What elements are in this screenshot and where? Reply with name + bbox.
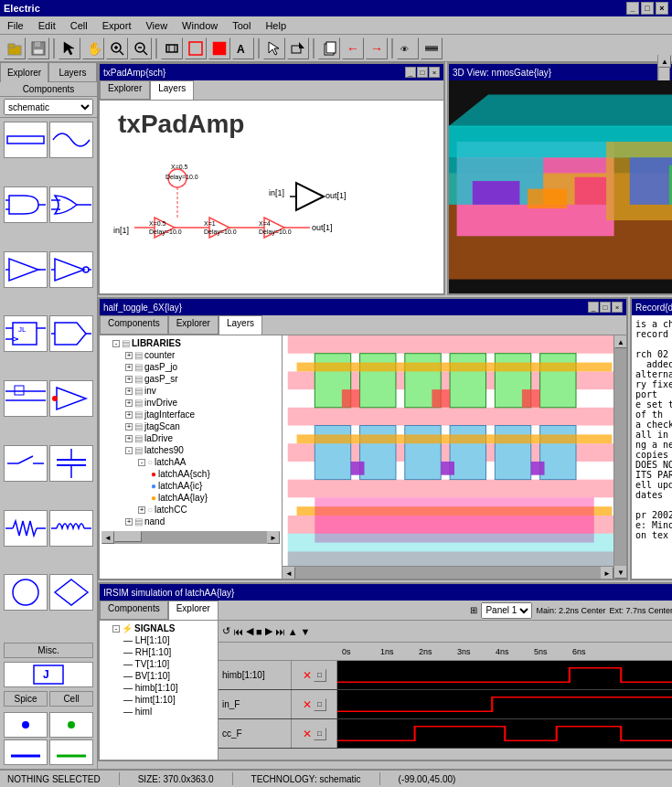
tree-expand-latchAA[interactable]: -	[138, 459, 145, 466]
tree-jtagScan[interactable]: + ▤ jtagScan	[114, 420, 280, 432]
close-btn[interactable]: ×	[656, 2, 668, 15]
stop-icon[interactable]: ■	[256, 626, 262, 637]
layout-scroll-down[interactable]: ▼	[614, 566, 626, 579]
play-icon[interactable]: ▶	[265, 625, 272, 637]
open-btn[interactable]	[4, 37, 26, 59]
comp-mux[interactable]	[4, 380, 48, 417]
tree-expand-counter[interactable]: +	[125, 352, 133, 359]
comp-tri[interactable]	[49, 380, 93, 417]
win-toggle-close[interactable]: ×	[612, 302, 623, 313]
menu-cell[interactable]: Cell	[67, 18, 91, 33]
tree-latches90[interactable]: - ▤ latches90	[114, 444, 280, 456]
tree-expand-latchCC[interactable]: +	[138, 506, 145, 514]
comp-wire[interactable]	[4, 122, 48, 158]
tree-laDrive[interactable]: + ▤ laDrive	[114, 432, 280, 444]
copy-btn[interactable]	[318, 37, 340, 59]
minimize-btn[interactable]: _	[626, 2, 639, 15]
tree-latchAA-ic[interactable]: ● latchAA{ic}	[140, 480, 280, 492]
maximize-btn[interactable]: □	[641, 2, 654, 15]
tree-expand-inv[interactable]: +	[125, 388, 133, 395]
comp-resistor[interactable]	[4, 510, 48, 547]
misc-btn[interactable]: Misc.	[4, 643, 93, 658]
tab-explorer[interactable]: Explorer	[0, 62, 48, 82]
comp-buf[interactable]	[4, 251, 48, 288]
menu-export[interactable]: Export	[99, 18, 135, 33]
tree-gasP_jo[interactable]: + ▤ gasP_jo	[114, 361, 280, 373]
save-btn[interactable]	[27, 37, 49, 59]
win-toggle-tab-components[interactable]: Components	[100, 315, 168, 335]
comp-inductor[interactable]	[49, 510, 93, 547]
dot-cell-1[interactable]	[4, 712, 48, 738]
dot-cell-3[interactable]	[4, 739, 48, 765]
win-txpad-close[interactable]: ×	[429, 67, 440, 78]
tree-latchAA-sch[interactable]: ● latchAA{sch}	[140, 468, 280, 480]
tree-latchCC[interactable]: + ○ latchCC	[127, 504, 280, 516]
menu-window[interactable]: Window	[178, 18, 221, 33]
layout-scroll-right[interactable]: ►	[601, 567, 613, 579]
tree-libraries[interactable]: - ▤ LIBRARIES	[101, 337, 280, 349]
tree-gasP_sr[interactable]: + ▤ gasP_sr	[114, 373, 280, 385]
replay-icon[interactable]: ↺	[222, 625, 230, 637]
comp-or[interactable]	[49, 186, 93, 223]
layout-scroll-up[interactable]: ▲	[614, 335, 626, 348]
pan-btn[interactable]: ✋	[82, 37, 104, 59]
tree-expand-gasP_jo[interactable]: +	[125, 364, 133, 371]
tree-expand-nand[interactable]: +	[125, 518, 133, 526]
tree-invDrive[interactable]: + ▤ invDrive	[114, 397, 280, 409]
menu-view[interactable]: View	[142, 18, 171, 33]
arc-btn[interactable]	[208, 37, 230, 59]
tree-expand-laDrive[interactable]: +	[125, 435, 133, 442]
tree-latchAA-lay[interactable]: ● latchAA{lay}	[140, 492, 280, 504]
comp-and[interactable]	[4, 186, 48, 223]
win-irsim-tab-explorer[interactable]: Explorer	[168, 601, 219, 620]
comp-j[interactable]: J	[4, 662, 93, 687]
tree-nand[interactable]: + ▤ nand	[114, 516, 280, 527]
layout-scroll-left[interactable]: ◄	[283, 567, 295, 579]
win-toggle-minimize[interactable]: _	[588, 302, 599, 313]
menu-help[interactable]: Help	[261, 18, 290, 33]
tree-scroll-left[interactable]: ◄	[101, 531, 114, 544]
dot-cell-4[interactable]	[49, 739, 93, 765]
comp-not[interactable]	[49, 251, 93, 288]
play-back-icon[interactable]: ◀	[246, 625, 253, 637]
step-dn-icon[interactable]: ▼	[301, 626, 311, 637]
zoom-btn[interactable]	[106, 37, 128, 59]
component-btn[interactable]	[161, 37, 183, 59]
win-txpad-tab-explorer[interactable]: Explorer	[100, 80, 150, 100]
scroll-up[interactable]: ▲	[658, 55, 671, 68]
signal-himl[interactable]: — himl	[112, 706, 216, 718]
step-up-icon[interactable]: ▲	[288, 626, 298, 637]
win-toggle-tab-explorer[interactable]: Explorer	[168, 315, 219, 335]
hide-btn[interactable]	[421, 37, 443, 59]
wire-btn[interactable]	[185, 37, 207, 59]
win-irsim-tab-components[interactable]: Components	[100, 601, 168, 620]
signal-BV[interactable]: — BV[1:10]	[112, 670, 216, 682]
tree-counter[interactable]: + ▤ counter	[114, 349, 280, 361]
select-btn[interactable]	[263, 37, 285, 59]
tree-scroll-right[interactable]: ►	[267, 531, 280, 544]
tree-scroll-thumb-h[interactable]	[114, 531, 142, 542]
comp-switch[interactable]	[4, 445, 48, 482]
text-btn[interactable]: A	[232, 37, 254, 59]
tree-expand-jtagInterface[interactable]: +	[125, 411, 133, 419]
menu-file[interactable]: File	[4, 18, 27, 33]
tab-layers[interactable]: Layers	[48, 62, 97, 82]
signal-himb[interactable]: — himb[1:10]	[112, 682, 216, 694]
signal-options-inF[interactable]: □	[314, 698, 326, 711]
tree-expand-latches90[interactable]: -	[125, 447, 133, 454]
signal-delete-ccF[interactable]: ✕	[303, 728, 312, 740]
menu-edit[interactable]: Edit	[35, 18, 59, 33]
tree-expand-invDrive[interactable]: +	[125, 399, 133, 407]
tree-expand-libraries[interactable]: -	[112, 340, 120, 347]
tree-expand-signals[interactable]: -	[112, 625, 120, 633]
pointer-btn[interactable]	[59, 37, 80, 59]
spice-btn[interactable]: Spice	[4, 691, 48, 707]
tree-expand-gasP_sr[interactable]: +	[125, 376, 133, 383]
3d-btn[interactable]: 👁	[397, 37, 419, 59]
irsim-panel-select[interactable]: Panel 1	[481, 602, 532, 619]
dot-cell-2[interactable]	[49, 712, 93, 738]
comp-bus[interactable]	[49, 122, 93, 158]
signal-delete-inF[interactable]: ✕	[303, 698, 312, 711]
signal-himt[interactable]: — himt[1:10]	[112, 694, 216, 706]
tree-jtagInterface[interactable]: + ▤ jtagInterface	[114, 409, 280, 420]
